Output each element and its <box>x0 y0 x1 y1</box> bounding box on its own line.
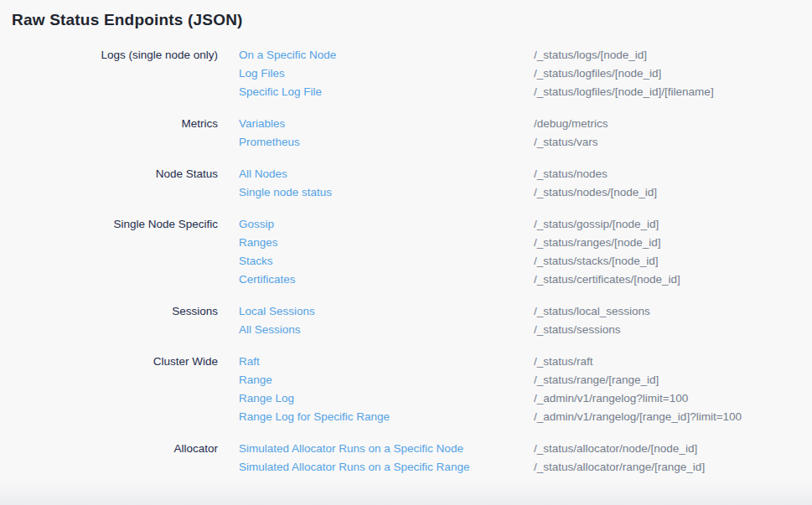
endpoint-link[interactable]: Single node status <box>239 183 332 202</box>
section-label: Cluster Wide <box>0 353 218 426</box>
endpoint-link[interactable]: Local Sessions <box>239 302 315 321</box>
section-links: GossipRangesStacksCertificates <box>218 215 534 289</box>
section-label: Logs (single node only) <box>0 46 218 101</box>
endpoint-link[interactable]: Specific Log File <box>239 83 322 101</box>
endpoint-path: /_status/logs/[node_id] <box>534 46 812 64</box>
section-paths: /debug/metrics/_status/vars <box>534 115 812 152</box>
section-paths: /_status/local_sessions/_status/sessions <box>534 302 812 339</box>
endpoint-section: Cluster Wide RaftRangeRange LogRange Log… <box>0 353 812 426</box>
endpoint-path: /_admin/v1/rangelog?limit=100 <box>534 389 812 408</box>
section-links: On a Specific NodeLog FilesSpecific Log … <box>218 46 534 101</box>
endpoint-link[interactable]: Simulated Allocator Runs on a Specific R… <box>239 458 469 477</box>
endpoint-path: /_status/vars <box>534 133 812 152</box>
endpoint-path: /_status/range/[range_id] <box>534 371 812 389</box>
endpoint-section: Single Node Specific GossipRangesStacksC… <box>0 215 812 289</box>
endpoint-link[interactable]: Ranges <box>239 234 278 252</box>
section-label: Metrics <box>0 115 218 152</box>
endpoint-path: /_status/local_sessions <box>534 302 812 321</box>
section-label: Node Status <box>0 165 218 202</box>
endpoint-link[interactable]: Log Files <box>239 64 285 83</box>
section-paths: /_status/nodes/_status/nodes/[node_id] <box>534 165 812 202</box>
endpoint-sections: Logs (single node only) On a Specific No… <box>0 46 812 477</box>
endpoint-link[interactable]: On a Specific Node <box>239 46 336 64</box>
section-label: Single Node Specific <box>0 215 218 289</box>
section-label: Allocator <box>0 440 218 477</box>
endpoint-path: /_admin/v1/rangelog/[range_id]?limit=100 <box>534 408 812 426</box>
endpoint-link[interactable]: Simulated Allocator Runs on a Specific N… <box>239 440 463 458</box>
section-links: Simulated Allocator Runs on a Specific N… <box>218 440 534 477</box>
endpoint-path: /_status/gossip/[node_id] <box>534 215 812 234</box>
endpoint-link[interactable]: Range Log <box>239 389 294 408</box>
section-links: All NodesSingle node status <box>218 165 534 202</box>
endpoint-section: Allocator Simulated Allocator Runs on a … <box>0 440 812 477</box>
endpoint-path: /_status/nodes/[node_id] <box>534 183 812 202</box>
endpoint-link[interactable]: Prometheus <box>239 133 300 152</box>
endpoint-path: /_status/sessions <box>534 321 812 339</box>
bottom-fade <box>0 480 812 505</box>
section-label: Sessions <box>0 302 218 339</box>
section-links: Local SessionsAll Sessions <box>218 302 534 339</box>
raw-status-endpoints-page: Raw Status Endpoints (JSON) Logs (single… <box>0 10 812 477</box>
endpoint-path: /_status/allocator/node/[node_id] <box>534 440 812 458</box>
section-links: RaftRangeRange LogRange Log for Specific… <box>218 353 534 426</box>
endpoint-path: /_status/logfiles/[node_id]/[filename] <box>534 83 812 101</box>
section-paths: /_status/gossip/[node_id]/_status/ranges… <box>534 215 812 289</box>
endpoint-link[interactable]: All Nodes <box>239 165 287 183</box>
endpoint-link[interactable]: Range Log for Specific Range <box>239 408 390 426</box>
endpoint-link[interactable]: Stacks <box>239 252 273 271</box>
endpoint-section: Sessions Local SessionsAll Sessions /_st… <box>0 302 812 339</box>
section-links: VariablesPrometheus <box>218 115 534 152</box>
endpoint-link[interactable]: Gossip <box>239 215 274 234</box>
endpoint-link[interactable]: Raft <box>239 353 260 371</box>
endpoint-path: /_status/allocator/range/[range_id] <box>534 458 812 477</box>
section-paths: /_status/logs/[node_id]/_status/logfiles… <box>534 46 812 101</box>
endpoint-path: /_status/logfiles/[node_id] <box>534 64 812 83</box>
endpoint-link[interactable]: Variables <box>239 115 285 133</box>
section-paths: /_status/allocator/node/[node_id]/_statu… <box>534 440 812 477</box>
endpoint-link[interactable]: Certificates <box>239 271 296 289</box>
endpoint-path: /_status/stacks/[node_id] <box>534 252 812 271</box>
endpoint-path: /_status/ranges/[node_id] <box>534 234 812 252</box>
endpoint-path: /_status/nodes <box>534 165 812 183</box>
endpoint-path: /debug/metrics <box>534 115 812 133</box>
endpoint-link[interactable]: Range <box>239 371 272 389</box>
endpoint-link[interactable]: All Sessions <box>239 321 301 339</box>
endpoint-section: Logs (single node only) On a Specific No… <box>0 46 812 101</box>
endpoint-section: Metrics VariablesPrometheus /debug/metri… <box>0 115 812 152</box>
section-paths: /_status/raft/_status/range/[range_id]/_… <box>534 353 812 426</box>
endpoint-path: /_status/raft <box>534 353 812 371</box>
endpoint-section: Node Status All NodesSingle node status … <box>0 165 812 202</box>
endpoint-path: /_status/certificates/[node_id] <box>534 271 812 289</box>
page-title: Raw Status Endpoints (JSON) <box>12 10 812 29</box>
